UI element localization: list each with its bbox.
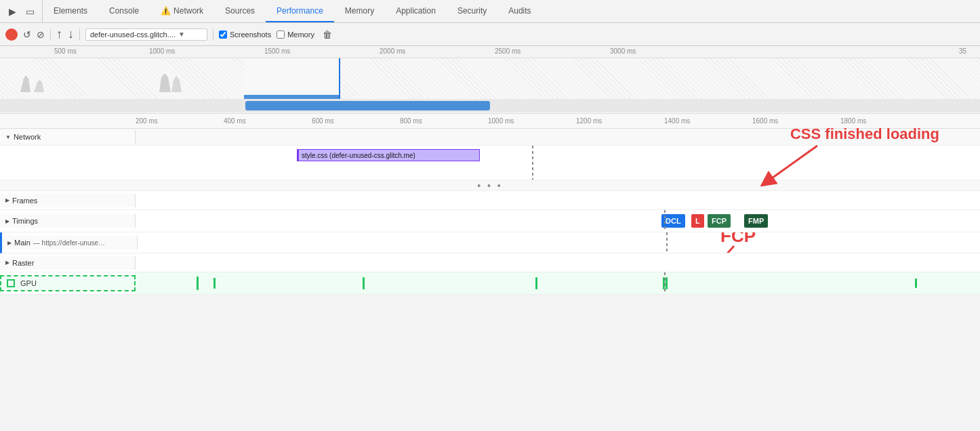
record-button[interactable] bbox=[5, 28, 18, 41]
separator-1 bbox=[50, 28, 51, 41]
gpu-bar-7 bbox=[915, 279, 917, 288]
gpu-bar-1 bbox=[197, 276, 199, 290]
fcp-annotation: FCP bbox=[720, 232, 756, 247]
url-dropdown[interactable]: defer-unused-css.glitch.... ▼ bbox=[85, 28, 207, 41]
frames-track-label[interactable]: ▶ Frames bbox=[0, 194, 136, 207]
screenshots-area bbox=[0, 58, 980, 99]
gpu-bar-2 bbox=[213, 278, 216, 289]
network-section-content bbox=[136, 129, 980, 145]
raster-track-row: ▶ Raster bbox=[0, 253, 980, 272]
separator-3 bbox=[213, 28, 213, 41]
tab-memory[interactable]: Memory bbox=[334, 0, 385, 22]
timings-track-row: ▶ Timings DCL L FCP FMP bbox=[0, 210, 980, 232]
scrollbar-handle[interactable] bbox=[245, 101, 491, 110]
tab-security[interactable]: Security bbox=[447, 0, 497, 22]
devtools-icons: ▶ ▭ bbox=[0, 0, 43, 22]
svg-marker-0 bbox=[20, 75, 30, 92]
gpu-bar-3 bbox=[363, 277, 365, 289]
badge-fcp[interactable]: FCP bbox=[708, 214, 731, 228]
network-section-label[interactable]: ▼ Network bbox=[0, 130, 136, 144]
top-ruler: 500 ms 1000 ms 1500 ms 2000 ms 2500 ms 3… bbox=[0, 46, 980, 58]
tab-bar: ▶ ▭ Elements Console ⚠️ Network Sources … bbox=[0, 0, 980, 23]
badge-l[interactable]: L bbox=[691, 214, 704, 228]
raster-triangle: ▶ bbox=[5, 260, 9, 266]
tab-application[interactable]: Application bbox=[385, 0, 447, 22]
gpu-bar-5 bbox=[663, 277, 665, 289]
main-track-row: ▶ Main — https://defer-unused-css.glitch… bbox=[0, 232, 980, 253]
memory-checkbox[interactable] bbox=[277, 30, 285, 39]
scrollbar-area[interactable] bbox=[0, 99, 980, 112]
waveform bbox=[0, 58, 980, 99]
tab-network[interactable]: ⚠️ Network bbox=[150, 0, 214, 22]
ruler-end: 35 bbox=[959, 47, 966, 55]
raster-track-label[interactable]: ▶ Raster bbox=[0, 256, 136, 270]
screenshots-checkbox[interactable] bbox=[219, 30, 227, 39]
tick-1800: 1800 ms bbox=[840, 117, 866, 125]
tick-800: 800 ms bbox=[400, 117, 422, 125]
ruler-3000: 3000 ms bbox=[610, 47, 636, 55]
gpu-content bbox=[136, 272, 980, 294]
gpu-track-label[interactable]: GPU bbox=[0, 275, 136, 291]
performance-toolbar: ↺ ⊘ ↑ ↓ defer-unused-css.glitch.... ▼ Sc… bbox=[0, 23, 980, 46]
network-track-content[interactable]: style.css (defer-unused-css.glitch.me) bbox=[136, 146, 980, 180]
tick-200: 200 ms bbox=[136, 117, 158, 125]
network-track-row: style.css (defer-unused-css.glitch.me) C… bbox=[0, 146, 980, 180]
gpu-track-row: GPU bbox=[0, 272, 980, 295]
network-section-header: ▼ Network bbox=[0, 129, 980, 146]
ruler-1000: 1000 ms bbox=[149, 47, 175, 55]
tick-600: 600 ms bbox=[312, 117, 334, 125]
main-track-label[interactable]: ▶ Main — https://defer-unused-css.glitch… bbox=[2, 236, 138, 249]
tab-elements[interactable]: Elements bbox=[43, 0, 98, 22]
ruler-2000: 2000 ms bbox=[380, 47, 405, 55]
reload-icon[interactable]: ↺ bbox=[23, 29, 31, 40]
svg-line-7 bbox=[707, 246, 734, 253]
main-track-suffix: — https://defer-unused-css.glitch.me/ind… bbox=[33, 239, 108, 247]
upload-icon[interactable]: ↑ bbox=[56, 27, 62, 41]
main-triangle: ▶ bbox=[7, 240, 12, 246]
warn-icon: ⚠️ bbox=[161, 6, 171, 16]
badge-fmp[interactable]: FMP bbox=[744, 214, 768, 228]
triangle-icon: ▼ bbox=[5, 134, 11, 140]
gpu-bar-4 bbox=[535, 277, 537, 289]
tick-1200: 1200 ms bbox=[576, 117, 602, 125]
tab-sources[interactable]: Sources bbox=[214, 0, 266, 22]
bottom-ruler: 200 ms 400 ms 600 ms 800 ms 1000 ms 1200… bbox=[0, 114, 980, 129]
frames-track-row: ▶ Frames bbox=[0, 191, 980, 210]
timeline-overview: 500 ms 1000 ms 1500 ms 2000 ms 2500 ms 3… bbox=[0, 46, 980, 114]
vline-network bbox=[532, 146, 533, 180]
svg-marker-2 bbox=[159, 73, 171, 92]
mobile-icon[interactable]: ▭ bbox=[23, 5, 37, 18]
tick-400: 400 ms bbox=[224, 117, 246, 125]
main-tracks: 200 ms 400 ms 600 ms 800 ms 1000 ms 1200… bbox=[0, 114, 980, 295]
tab-audits[interactable]: Audits bbox=[497, 0, 542, 22]
cursor-icon[interactable]: ▶ bbox=[5, 5, 19, 18]
tick-1000: 1000 ms bbox=[488, 117, 514, 125]
frames-triangle: ▶ bbox=[5, 197, 9, 203]
fcp-arrow-svg bbox=[700, 243, 761, 253]
gpu-icon bbox=[7, 279, 15, 287]
tab-performance[interactable]: Performance bbox=[266, 0, 334, 22]
screenshots-checkbox-group: Screenshots bbox=[219, 30, 271, 39]
badge-dcl[interactable]: DCL bbox=[661, 214, 685, 228]
dots-row: • • • bbox=[0, 180, 980, 191]
ruler-1500: 1500 ms bbox=[264, 47, 290, 55]
svg-marker-3 bbox=[171, 76, 182, 92]
svg-marker-1 bbox=[34, 80, 44, 92]
timings-triangle: ▶ bbox=[5, 218, 9, 224]
download-icon[interactable]: ↓ bbox=[68, 27, 74, 41]
vline-main bbox=[666, 232, 668, 253]
timings-content: DCL L FCP FMP bbox=[136, 210, 980, 232]
stop-icon[interactable]: ⊘ bbox=[37, 29, 45, 40]
network-bar-style-css[interactable]: style.css (defer-unused-css.glitch.me) bbox=[297, 149, 480, 161]
gpu-bar-6 bbox=[666, 277, 668, 289]
clear-button[interactable]: 🗑 bbox=[323, 29, 332, 40]
timings-track-label[interactable]: ▶ Timings bbox=[0, 214, 136, 228]
tick-1600: 1600 ms bbox=[752, 117, 778, 125]
memory-label: Memory bbox=[287, 30, 314, 39]
screenshots-label: Screenshots bbox=[230, 30, 271, 39]
memory-checkbox-group: Memory bbox=[277, 30, 314, 39]
ruler-500: 500 ms bbox=[54, 47, 77, 55]
tab-console[interactable]: Console bbox=[98, 0, 150, 22]
main-track-content: FCP bbox=[138, 232, 980, 253]
tick-1400: 1400 ms bbox=[664, 117, 690, 125]
